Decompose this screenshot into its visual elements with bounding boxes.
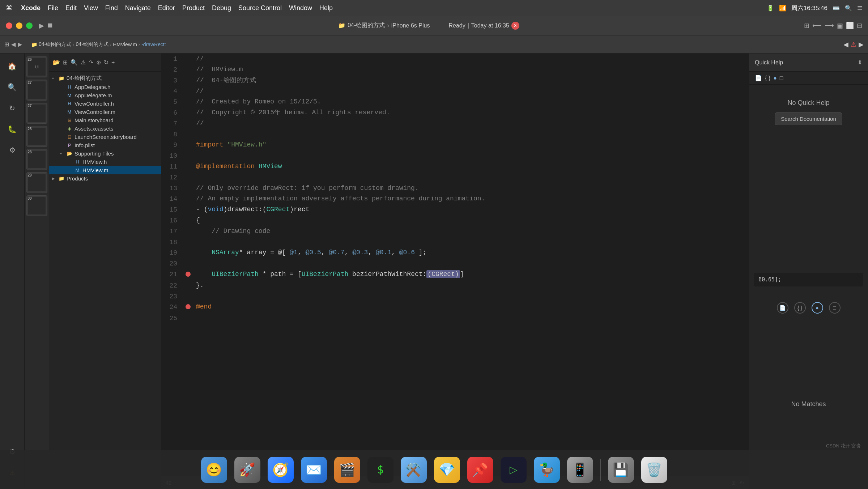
menu-find[interactable]: Find: [105, 4, 118, 12]
menu-source-control[interactable]: Source Control: [238, 4, 282, 12]
line-code-11[interactable]: @implementation HMView: [193, 161, 749, 172]
menu-navigate[interactable]: Navigate: [125, 4, 151, 12]
dock-terminal[interactable]: $: [366, 455, 395, 484]
thumb-item-1[interactable]: 26 UI: [26, 56, 47, 77]
dock-launchpad[interactable]: 🚀: [233, 455, 262, 484]
menu-view[interactable]: View: [84, 4, 98, 12]
rp-bottom-braces-icon[interactable]: { }: [794, 302, 806, 314]
tree-item-info-plist[interactable]: P Info.plist: [49, 141, 161, 149]
tree-item-main-storyboard[interactable]: ⊟ Main.storyboard: [49, 116, 161, 124]
nav-warning-icon[interactable]: ⚠: [81, 59, 86, 66]
dock-misc-2[interactable]: 🗑️: [640, 455, 669, 484]
dock-finder[interactable]: 😊: [200, 455, 229, 484]
tree-item-assets[interactable]: ◈ Assets.xcassets: [49, 124, 161, 133]
dock-xcode[interactable]: ⚒️: [399, 455, 428, 484]
line-code-9[interactable]: #import "HMView.h": [193, 140, 749, 150]
line-code-7[interactable]: //: [193, 118, 749, 129]
nav-forward-icon[interactable]: ▶: [18, 41, 22, 48]
menu-window[interactable]: Window: [289, 4, 312, 12]
tree-item-supporting-files[interactable]: ▾ 📂 Supporting Files: [49, 149, 161, 158]
thumb-item-7[interactable]: 30: [26, 195, 47, 216]
breadcrumb-part-1[interactable]: 04-绘图的方式: [39, 41, 71, 48]
activity-search-icon[interactable]: 🔍: [3, 78, 21, 96]
line-code-4[interactable]: //: [193, 86, 749, 97]
layout-icon-5[interactable]: ⬜: [846, 22, 854, 30]
tree-item-products[interactable]: ▶ 📁 Products: [49, 174, 161, 183]
line-code-1[interactable]: //: [193, 54, 749, 64]
nav-add-icon[interactable]: +: [111, 59, 115, 66]
layout-icon-3[interactable]: ⟶: [825, 22, 834, 30]
rp-file-icon[interactable]: 📄: [755, 75, 762, 81]
close-button[interactable]: [6, 22, 12, 29]
line-code-3[interactable]: // 04-绘图的方式: [193, 75, 749, 86]
rp-bottom-circle-icon[interactable]: ●: [812, 302, 823, 314]
menu-debug[interactable]: Debug: [212, 4, 231, 12]
tree-item-viewcontroller-h[interactable]: H ViewController.h: [49, 99, 161, 108]
nav-back-icon[interactable]: ◀: [11, 41, 16, 48]
layout-icon-4[interactable]: ▣: [837, 22, 843, 30]
tree-item-viewcontroller-m[interactable]: M ViewController.m: [49, 108, 161, 116]
line-code-10[interactable]: [193, 150, 749, 161]
line-code-13[interactable]: // Only override drawRect: if you perfor…: [193, 183, 749, 194]
dock-simulator[interactable]: 📱: [566, 455, 595, 484]
activity-extensions-icon[interactable]: ⚙: [3, 141, 21, 159]
tree-item-appdelegate-m[interactable]: M AppDelegate.m: [49, 91, 161, 99]
tree-item-hmview-h[interactable]: H HMView.h: [49, 158, 161, 166]
rp-bottom-square-icon[interactable]: □: [829, 302, 841, 314]
dock-iterm[interactable]: ▷: [499, 455, 528, 484]
rp-square-icon[interactable]: □: [780, 75, 783, 81]
activity-git-icon[interactable]: ↻: [3, 99, 21, 117]
line-code-20[interactable]: [193, 258, 749, 269]
nav-history-icon[interactable]: ↷: [89, 59, 93, 66]
thumb-item-2[interactable]: 27: [26, 80, 47, 101]
breadcrumb-part-2[interactable]: 04-绘图的方式: [76, 41, 109, 48]
rp-braces-icon[interactable]: { }: [765, 75, 770, 81]
line-code-12[interactable]: [193, 172, 749, 183]
dock-cyberduck[interactable]: 🦆: [532, 455, 561, 484]
activity-debug-icon[interactable]: 🐛: [3, 120, 21, 138]
nav-toggle-icon[interactable]: ⊞: [4, 41, 9, 48]
tree-item-root[interactable]: ▾ 📁 04-绘图的方式: [49, 74, 161, 83]
dock-misc-1[interactable]: 💾: [607, 455, 635, 484]
line-code-19[interactable]: NSArray* array = @[ @1, @0.5, @0.7, @0.3…: [193, 247, 749, 258]
code-editor[interactable]: 1//2// HMView.m3// 04-绘图的方式4//5// Create…: [161, 54, 749, 476]
menu-file[interactable]: File: [48, 4, 58, 12]
rp-circle-icon[interactable]: ●: [773, 75, 777, 81]
breadcrumb-current[interactable]: -drawRect:: [141, 42, 166, 47]
line-code-16[interactable]: {: [193, 215, 749, 226]
line-code-23[interactable]: [193, 291, 749, 302]
tree-item-appdelegate-h[interactable]: H AppDelegate.h: [49, 83, 161, 91]
tree-item-hmview-m[interactable]: M HMView.m: [49, 166, 161, 174]
menu-search-icon[interactable]: 🔍: [845, 5, 852, 12]
activity-home-icon[interactable]: 🏠: [3, 57, 21, 75]
toolbar-error-icon[interactable]: ⚠: [851, 41, 856, 48]
dock-iphoto[interactable]: 🎬: [333, 455, 362, 484]
stop-button[interactable]: ⏹: [47, 22, 54, 29]
line-code-22[interactable]: }.: [193, 280, 749, 291]
thumb-item-5[interactable]: 28: [26, 149, 47, 170]
nav-folder-icon[interactable]: 📂: [53, 59, 60, 66]
tree-item-launchscreen[interactable]: ⊟ LaunchScreen.storyboard: [49, 133, 161, 141]
toolbar-nav-right-icon[interactable]: ▶: [859, 41, 864, 48]
apple-menu[interactable]: ⌘: [6, 4, 12, 12]
dock-safari[interactable]: 🧭: [266, 455, 295, 484]
line-code-25[interactable]: [193, 313, 749, 324]
layout-icon-2[interactable]: ⟵: [812, 22, 822, 30]
thumb-item-3[interactable]: 27: [26, 103, 47, 124]
layout-icon-1[interactable]: ⊞: [804, 22, 809, 30]
rp-bottom-file-icon[interactable]: 📄: [777, 302, 788, 314]
line-code-18[interactable]: [193, 237, 749, 248]
nav-search-icon[interactable]: 🔍: [71, 59, 78, 66]
nav-tree-icon[interactable]: ⊞: [63, 59, 68, 66]
line-code-15[interactable]: - (void)drawRect:(CGRect)rect: [193, 204, 749, 215]
line-code-2[interactable]: // HMView.m: [193, 64, 749, 75]
run-button[interactable]: ▶: [39, 22, 44, 30]
nav-git-icon[interactable]: ↻: [104, 59, 109, 66]
line-code-21[interactable]: UIBezierPath * path = [UIBezierPath bezi…: [193, 269, 749, 280]
search-documentation-button[interactable]: Search Documentation: [775, 112, 842, 125]
breadcrumb-part-3[interactable]: HMView.m: [113, 42, 137, 47]
line-code-6[interactable]: // Copyright © 2015年 heima. All rights r…: [193, 107, 749, 118]
quick-help-expand-icon[interactable]: ⇕: [858, 59, 862, 66]
line-code-17[interactable]: // Drawing code: [193, 226, 749, 237]
minimize-button[interactable]: [16, 22, 22, 29]
